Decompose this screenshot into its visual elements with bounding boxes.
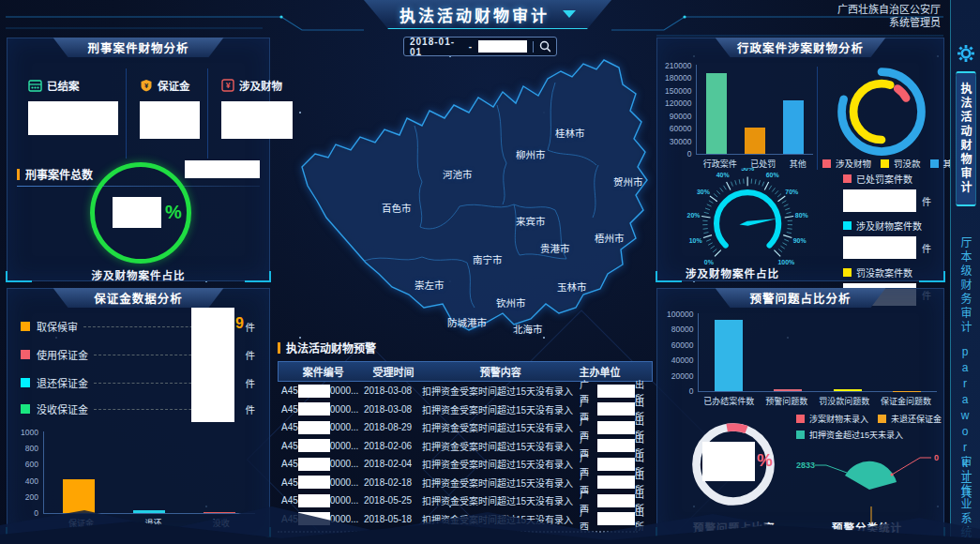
- map-city-label[interactable]: 来宾市: [516, 214, 546, 228]
- bar: [63, 479, 95, 513]
- legend-swatch: [796, 415, 805, 423]
- title-dropdown-icon[interactable]: [563, 10, 576, 18]
- svg-text:10%: 10%: [689, 237, 702, 244]
- stat-bail-money: ¥ 保证金: [127, 68, 208, 159]
- page-title: 执法活动财物审计: [400, 3, 550, 26]
- bar: [204, 512, 235, 513]
- panel-title: 预警问题占比分析: [716, 288, 886, 308]
- shield-icon: ¥: [140, 79, 153, 92]
- redacted-value: [702, 442, 755, 481]
- warning-table-section: 执法活动财物预警 案件编号 受理时间 预警内容 主办单位 A450000...2…: [278, 340, 653, 542]
- bail-bar-chart: 10008006004002000 保证金退还没收: [21, 431, 255, 529]
- plot-area: [43, 431, 255, 514]
- redacted-end-date[interactable]: [478, 40, 527, 53]
- map-city-label[interactable]: 梧州市: [595, 231, 625, 245]
- panel-title: 刑事案件财物分析: [53, 38, 224, 57]
- user-info: 广西壮族自治区公安厅 系统管理员: [837, 3, 941, 29]
- y-axis: 2100001800001500001200009000060000300000: [665, 61, 696, 159]
- section-accent-bar: [278, 342, 280, 354]
- redacted-value: [298, 494, 330, 507]
- admin-bar-chart: 2100001800001500001200009000060000300000…: [665, 65, 813, 170]
- plot-area: [698, 313, 937, 392]
- pie-caption: 预警分类统计: [832, 520, 902, 535]
- svg-text:60%: 60%: [766, 172, 779, 178]
- sidebar-item-audit-work-system[interactable]: 审计作业系统: [957, 456, 973, 540]
- table-row[interactable]: A450000...2018-05-18扣押资金受案时间超过15天没有录入广西出…: [278, 510, 653, 529]
- map-city-label[interactable]: 河池市: [443, 167, 473, 181]
- col-header: 案件编号: [279, 364, 365, 379]
- y-axis: 100000800006000040000200000: [667, 310, 698, 396]
- map-container: 桂林市 柳州市 贺州市 河池市 百色市 来宾市 梧州市 贵港市 南宁市 玉林市 …: [274, 53, 653, 334]
- gear-icon[interactable]: [957, 45, 974, 62]
- panel-admin-analysis: 行政案件涉案财物分析 21000018000015000012000090000…: [656, 38, 944, 281]
- redacted-value: [298, 385, 330, 398]
- svg-text:30%: 30%: [697, 189, 710, 195]
- bar: [774, 389, 802, 391]
- legend-swatch: [930, 159, 939, 168]
- svg-text:40%: 40%: [716, 172, 730, 178]
- pie-legend: 涉案财物未录入 未退还保证金 扣押资金超过15天未录入: [796, 413, 942, 441]
- panel-warning-ratio: 预警问题占比分析 100000800006000040000200000 已办结…: [656, 288, 944, 537]
- svg-text:80%: 80%: [795, 212, 808, 219]
- date-separator: -: [469, 41, 473, 52]
- panel-title: 行政案件涉案财物分析: [716, 38, 886, 57]
- section-accent-bar: [17, 169, 20, 180]
- map-city-label[interactable]: 崇左市: [415, 278, 445, 292]
- svg-text:90%: 90%: [793, 237, 807, 244]
- legend-swatch: [843, 221, 852, 230]
- gauge-caption: 涉及财物案件占比: [686, 265, 779, 280]
- bar: [706, 73, 727, 154]
- bar: [715, 320, 743, 391]
- percent-sign: %: [165, 202, 182, 223]
- sidebar-item-department-finance-audit[interactable]: 厅本级财务审计: [957, 236, 973, 335]
- gauge-chart: 0%10%20%30%40%50%60%70%80%90%100%: [665, 168, 832, 269]
- ratio-caption: 预警问题占比率: [693, 520, 776, 535]
- map-city-label[interactable]: 百色市: [382, 201, 412, 215]
- section-warning-title: 执法活动财物预警: [278, 340, 653, 355]
- redacted-value: [843, 236, 916, 259]
- legend-swatch: [796, 431, 805, 439]
- warning-bar-chart: 100000800006000040000200000 已办结案件数预警问题数罚…: [667, 313, 937, 407]
- percent-sign: %: [757, 450, 773, 471]
- redacted-value: [28, 101, 118, 135]
- redacted-value: [298, 476, 330, 489]
- table-body: A450000...2018-03-08扣押资金受案时间超过15天没有录入广西出…: [278, 382, 653, 528]
- legend-swatch: [21, 350, 30, 359]
- stat-label: 已结案: [47, 78, 80, 93]
- sidebar-item-law-enforcement-audit[interactable]: 执法活动财物审计: [956, 73, 975, 204]
- legend-swatch: [21, 322, 30, 331]
- map-city-label[interactable]: 玉林市: [557, 280, 587, 294]
- abacus-icon: [28, 80, 42, 92]
- redacted-value: [298, 439, 330, 452]
- map-city-label[interactable]: 钦州市: [496, 295, 526, 310]
- redacted-value: [298, 458, 330, 471]
- admin-donut-chart: [822, 61, 941, 166]
- bar: [783, 100, 804, 154]
- map-city-label[interactable]: 北海市: [513, 322, 543, 336]
- legend-swatch: [21, 378, 30, 387]
- panel-criminal-analysis: 刑事案件财物分析 已结案 ¥ 保证金 ¥ 涉及财物: [7, 38, 270, 281]
- map-canvas[interactable]: [274, 53, 653, 334]
- map-city-label[interactable]: 南宁市: [473, 252, 503, 266]
- bar: [834, 389, 862, 391]
- map-city-label[interactable]: 贵港市: [540, 241, 570, 255]
- map-city-label[interactable]: 柳州市: [516, 147, 546, 161]
- y-axis: 10008006004002000: [21, 428, 43, 518]
- panel-bail-analysis: 保证金数据分析 取保候审 件 使用保证金 件 退还保证金 件 没收保证金 件 9: [7, 288, 270, 537]
- dashboard: 执法活动财物审计 广西壮族自治区公安厅 系统管理员 刑事案件财物分析 已结案 ¥…: [0, 0, 980, 544]
- map-city-label[interactable]: 桂林市: [555, 126, 585, 140]
- svg-text:20%: 20%: [687, 212, 701, 219]
- legend-swatch: [843, 174, 852, 183]
- divider: [817, 67, 818, 170]
- redacted-value: [298, 402, 330, 416]
- search-icon[interactable]: [539, 40, 550, 53]
- pie-label-teal: 2833: [796, 461, 815, 470]
- stat-closed-cases: 已结案: [15, 68, 127, 159]
- x-axis-labels: 保证金退还没收: [43, 514, 255, 529]
- map-city-label[interactable]: 防城港市: [447, 315, 487, 329]
- svg-text:100%: 100%: [777, 259, 794, 265]
- map-city-label[interactable]: 贺州市: [613, 174, 643, 189]
- org-name: 广西壮族自治区公安厅: [837, 3, 941, 16]
- legend-swatch: [878, 415, 886, 423]
- redacted-value: [298, 421, 330, 434]
